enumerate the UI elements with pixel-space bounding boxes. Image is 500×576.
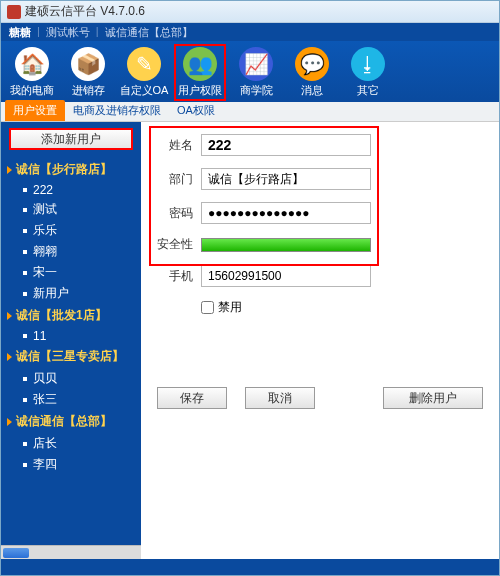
tree-item[interactable]: 店长 xyxy=(1,433,141,454)
dept-input[interactable] xyxy=(201,168,371,190)
item-label: 李四 xyxy=(33,456,57,473)
app-window: 建硕云信平台 V4.7.0.6 糖糖 | 测试帐号 | 诚信通信【总部】 🏠我的… xyxy=(0,0,500,576)
tab-usr[interactable]: 用户设置 xyxy=(5,100,65,121)
toolbar-label: 进销存 xyxy=(72,83,105,98)
label-security: 安全性 xyxy=(157,236,193,253)
perm-icon: 👥 xyxy=(183,47,217,81)
tree-group[interactable]: 诚信【三星专卖店】 xyxy=(1,345,141,368)
add-user-label: 添加新用户 xyxy=(41,131,101,148)
sidebar-scrollbar[interactable] xyxy=(1,545,141,559)
group-label: 诚信【批发1店】 xyxy=(16,307,107,324)
bullet-icon xyxy=(23,334,27,338)
item-label: 新用户 xyxy=(33,285,69,302)
bullet-icon xyxy=(23,292,27,296)
label-phone: 手机 xyxy=(157,268,193,285)
label-name: 姓名 xyxy=(157,137,193,154)
item-label: 翱翱 xyxy=(33,243,57,260)
add-user-button[interactable]: 添加新用户 xyxy=(9,128,133,150)
toolbar-label: 我的电商 xyxy=(10,83,54,98)
main-toolbar: 🏠我的电商📦进销存✎自定义OA👥用户权限📈商学院💬消息⭳其它 xyxy=(1,41,499,102)
bullet-icon xyxy=(23,442,27,446)
security-meter xyxy=(201,238,371,252)
bullet-icon xyxy=(23,398,27,402)
bullet-icon xyxy=(23,377,27,381)
tab-strip: 用户设置电商及进销存权限OA权限 xyxy=(1,102,499,122)
label-dept: 部门 xyxy=(157,171,193,188)
bullet-icon xyxy=(23,250,27,254)
tab-ec[interactable]: 电商及进销存权限 xyxy=(65,100,169,121)
app-icon xyxy=(7,5,21,19)
group-label: 诚信通信【总部】 xyxy=(16,413,112,430)
tree-item[interactable]: 张三 xyxy=(1,389,141,410)
tree-item[interactable]: 11 xyxy=(1,327,141,345)
label-pwd: 密码 xyxy=(157,205,193,222)
item-label: 222 xyxy=(33,183,53,197)
toolbar-stock[interactable]: 📦进销存 xyxy=(63,45,113,100)
account-bar: 糖糖 | 测试帐号 | 诚信通信【总部】 xyxy=(1,23,499,41)
phone-input[interactable] xyxy=(201,265,371,287)
item-label: 贝贝 xyxy=(33,370,57,387)
account-type: 测试帐号 xyxy=(46,25,90,39)
expand-icon xyxy=(7,166,12,174)
msg-icon: 💬 xyxy=(295,47,329,81)
toolbar-shop[interactable]: 🏠我的电商 xyxy=(7,45,57,100)
account-org: 诚信通信【总部】 xyxy=(105,25,193,39)
bullet-icon xyxy=(23,229,27,233)
bullet-icon xyxy=(23,208,27,212)
tree-item[interactable]: 222 xyxy=(1,181,141,199)
item-label: 张三 xyxy=(33,391,57,408)
account-user: 糖糖 xyxy=(9,25,31,39)
toolbar-perm[interactable]: 👥用户权限 xyxy=(175,45,225,100)
bullet-icon xyxy=(23,188,27,192)
toolbar-label: 自定义OA xyxy=(120,83,169,98)
disable-label: 禁用 xyxy=(218,299,242,316)
toolbar-other[interactable]: ⭳其它 xyxy=(343,45,393,100)
tree-item[interactable]: 贝贝 xyxy=(1,368,141,389)
name-input[interactable] xyxy=(201,134,371,156)
expand-icon xyxy=(7,312,12,320)
item-label: 乐乐 xyxy=(33,222,57,239)
tree-item[interactable]: 测试 xyxy=(1,199,141,220)
delete-user-button[interactable]: 删除用户 xyxy=(383,387,483,409)
oa-icon: ✎ xyxy=(127,47,161,81)
expand-icon xyxy=(7,353,12,361)
tab-oa[interactable]: OA权限 xyxy=(169,100,223,121)
expand-icon xyxy=(7,418,12,426)
shop-icon: 🏠 xyxy=(15,47,49,81)
item-label: 测试 xyxy=(33,201,57,218)
tree-item[interactable]: 翱翱 xyxy=(1,241,141,262)
school-icon: 📈 xyxy=(239,47,273,81)
item-label: 店长 xyxy=(33,435,57,452)
cancel-button[interactable]: 取消 xyxy=(245,387,315,409)
password-input[interactable] xyxy=(201,202,371,224)
tree-item[interactable]: 宋一 xyxy=(1,262,141,283)
tree-group[interactable]: 诚信通信【总部】 xyxy=(1,410,141,433)
bullet-icon xyxy=(23,271,27,275)
sidebar: 添加新用户 诚信【步行路店】222测试乐乐翱翱宋一新用户诚信【批发1店】11诚信… xyxy=(1,122,141,559)
toolbar-label: 消息 xyxy=(301,83,323,98)
item-label: 11 xyxy=(33,329,46,343)
tree-group[interactable]: 诚信【步行路店】 xyxy=(1,158,141,181)
toolbar-label: 其它 xyxy=(357,83,379,98)
other-icon: ⭳ xyxy=(351,47,385,81)
footer-strip xyxy=(1,559,499,575)
disable-checkbox[interactable] xyxy=(201,301,214,314)
form-panel: 姓名 部门 密码 安全性 手机 禁用 xyxy=(141,122,499,559)
tree-item[interactable]: 新用户 xyxy=(1,283,141,304)
toolbar-school[interactable]: 📈商学院 xyxy=(231,45,281,100)
stock-icon: 📦 xyxy=(71,47,105,81)
toolbar-label: 用户权限 xyxy=(178,83,222,98)
tree-item[interactable]: 乐乐 xyxy=(1,220,141,241)
toolbar-oa[interactable]: ✎自定义OA xyxy=(119,45,169,100)
titlebar: 建硕云信平台 V4.7.0.6 xyxy=(1,1,499,23)
save-button[interactable]: 保存 xyxy=(157,387,227,409)
bullet-icon xyxy=(23,463,27,467)
window-title: 建硕云信平台 V4.7.0.6 xyxy=(25,3,145,20)
group-label: 诚信【三星专卖店】 xyxy=(16,348,124,365)
toolbar-msg[interactable]: 💬消息 xyxy=(287,45,337,100)
group-label: 诚信【步行路店】 xyxy=(16,161,112,178)
tree-item[interactable]: 李四 xyxy=(1,454,141,475)
tree-group[interactable]: 诚信【批发1店】 xyxy=(1,304,141,327)
item-label: 宋一 xyxy=(33,264,57,281)
toolbar-label: 商学院 xyxy=(240,83,273,98)
